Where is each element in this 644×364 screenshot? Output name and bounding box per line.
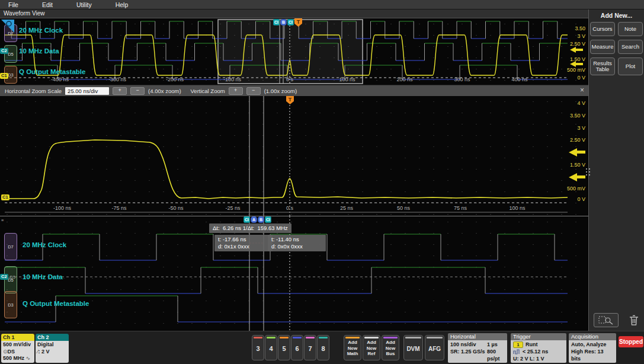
cursor-b-data: d: 0x0x 0xxx <box>271 243 303 250</box>
analog-time-25: 25 ns <box>332 205 361 211</box>
panel-drag-handle[interactable] <box>586 168 590 175</box>
ch4-label: 4 <box>265 345 277 352</box>
stopped-button[interactable]: Stopped <box>619 336 643 347</box>
probe-icon: ⊙ <box>3 349 8 355</box>
v-zoom-label: Vertical Zoom <box>191 88 225 94</box>
overview-time--200: -200 ns <box>160 76 190 82</box>
digital-zoom-view[interactable]: Cl A B Cl Δt: 6.26 ns 1/Δt: 159.63 MHz t… <box>0 216 588 331</box>
overview-volt-3: 3 V <box>577 33 585 39</box>
channel-badge-d7[interactable]: D7 <box>4 233 17 260</box>
v-zoom-plus-button[interactable]: + <box>229 87 243 95</box>
cursor-a-badge[interactable]: A <box>251 216 257 223</box>
cursor-b-badge[interactable]: B <box>280 19 287 25</box>
ch4-button[interactable]: 4 <box>265 335 277 360</box>
trigger-width: < 25.12 ns <box>523 348 548 355</box>
overview-volt-500mv: 500 mV <box>567 67 585 73</box>
zoom-selection-box[interactable] <box>218 20 363 84</box>
analog-time-50: 50 ns <box>389 205 418 211</box>
h-zoom-scale-input[interactable]: 25.00 ns/div <box>65 87 109 95</box>
overview-zoom-tool-icon[interactable] <box>0 20 14 34</box>
trigger-mode: Runt <box>526 341 538 348</box>
ch1-scale: 500 mV/div <box>3 341 33 349</box>
afg-label: AFG <box>425 346 444 352</box>
overview-time-400: 400 ns <box>505 76 534 82</box>
analog-time--75: -75 ns <box>104 205 134 211</box>
zoom-toolbar: Horizontal Zoom Scale 25.00 ns/div + − (… <box>0 85 588 96</box>
h-zoom-plus-button[interactable]: + <box>113 87 127 95</box>
add-new-ref-button[interactable]: AddNewRef <box>363 335 380 360</box>
overview-time--400: -400 ns <box>45 76 75 82</box>
h-zoom-minus-button[interactable]: − <box>130 87 145 95</box>
digital-c2-marker[interactable]: C2 <box>0 274 8 280</box>
overview-label-data: 10 MHz Data <box>19 47 59 55</box>
ch1-badge[interactable]: Ch 1 500 mV/div ⊙DS 500 MHz ∿ <box>1 334 34 363</box>
overview-waveform[interactable]: D7 D5 D3 20 MHz Clock 10 MHz Data Q Outp… <box>0 18 588 85</box>
cursor-b-badge[interactable]: B <box>258 216 264 223</box>
overview-time-0: 0 s <box>275 76 305 82</box>
menu-edit[interactable]: Edit <box>42 1 53 8</box>
add-new-title: Add New... <box>589 12 644 19</box>
zoom-select-button[interactable] <box>594 313 619 327</box>
afg-button[interactable]: AFG <box>425 335 444 360</box>
cursor-jump-left-icon[interactable]: Cl <box>243 216 250 223</box>
menu-bar: File Edit Utility Help <box>0 0 644 9</box>
h-zoom-factor: (4.00x zoom) <box>148 88 181 94</box>
cursors-button[interactable]: Cursors <box>590 22 615 36</box>
analog-volt-500mv: 500 mV <box>567 186 585 191</box>
analog-c1-marker[interactable]: C1 <box>1 194 9 200</box>
overview-volt-0: 0 V <box>577 75 585 81</box>
trash-icon[interactable] <box>629 314 639 326</box>
add-new-math-button[interactable]: AddNewMath <box>344 335 361 360</box>
dvm-button[interactable]: DVM <box>403 335 423 360</box>
ch8-button[interactable]: 8 <box>317 335 329 360</box>
overview-time-300: 300 ns <box>447 76 477 82</box>
plot-button[interactable]: Plot <box>618 58 643 75</box>
main-area: Waveform View D7 D5 D <box>0 9 644 331</box>
acquisition-panel[interactable]: Acquisition Auto, Analyze High Res: 13 b… <box>569 333 616 363</box>
analog-time-100: 100 ns <box>502 205 532 211</box>
analog-zoom-view[interactable]: T C1 4 V 3.50 V 3 V 2.50 V 1.50 V 500 mV… <box>0 96 588 216</box>
grip-icon[interactable]: ≡ <box>1 218 4 223</box>
overview-volt-350: 3.50 <box>575 25 585 31</box>
analog-volt-150: 1.50 V <box>570 162 585 168</box>
cursor-b-time: t: -11.40 ns <box>271 236 299 242</box>
search-button[interactable]: Search <box>618 40 643 54</box>
close-icon[interactable]: × <box>580 86 584 94</box>
overview-c2-marker[interactable]: C2 <box>0 48 8 54</box>
menu-utility[interactable]: Utility <box>76 1 92 8</box>
results-table-button[interactable]: Results Table <box>590 58 615 75</box>
v-zoom-minus-button[interactable]: − <box>246 87 261 95</box>
ch6-label: 6 <box>291 345 303 352</box>
digital-label-clock: 20 MHz Clock <box>23 241 66 248</box>
ch7-label: 7 <box>305 345 316 352</box>
horizontal-panel[interactable]: Horizontal 100 ns/div1 µs SR: 1.25 GS/s8… <box>448 333 507 363</box>
cursor-jump-left-icon[interactable]: Cl <box>273 19 280 25</box>
digital-label-data: 10 MHz Data <box>23 273 63 280</box>
cursor-a-time: t: -17.66 ns <box>218 236 246 242</box>
cursor-delta-readout: Δt: 6.26 ns 1/Δt: 159.63 MHz <box>209 223 291 233</box>
ch6-button[interactable]: 6 <box>291 335 303 360</box>
channel-badge-d5[interactable]: D5 <box>4 266 17 293</box>
overview-c1-marker[interactable]: C1 <box>0 73 8 79</box>
ch5-button[interactable]: 5 <box>278 335 290 360</box>
overview-traces <box>0 18 588 85</box>
ch2-name: Ch 2 <box>36 334 69 341</box>
menu-help[interactable]: Help <box>116 1 129 8</box>
cursor-jump-right-icon[interactable]: Cl <box>287 19 294 25</box>
channel-badge-d3[interactable]: D3 <box>4 291 17 318</box>
digital-label-metastable: Q Output Metastable <box>23 300 89 307</box>
acquisition-single: Single: 1/1 <box>571 362 614 363</box>
cursor-jump-right-icon[interactable]: Cl <box>265 216 271 223</box>
ch3-button[interactable]: 3 <box>252 335 264 360</box>
menu-file[interactable]: File <box>8 1 18 8</box>
ch7-button[interactable]: 7 <box>304 335 316 360</box>
ch3-label: 3 <box>252 345 264 352</box>
note-button[interactable]: Note <box>618 22 643 36</box>
ch2-badge[interactable]: Ch 2 Digital ∕: 2 V <box>36 334 69 363</box>
overview-label-metastable: Q Output Metastable <box>19 68 85 75</box>
trigger-panel[interactable]: Trigger 1Runt < 25.12 ns U: 2 V L: 1 V <box>511 333 566 363</box>
add-new-bus-button[interactable]: AddNewBus <box>382 335 399 360</box>
ch1-bandwidth: 500 MHz <box>3 355 24 361</box>
measure-button[interactable]: Measure <box>590 40 615 54</box>
oscilloscope-app: File Edit Utility Help Waveform View <box>0 0 644 364</box>
